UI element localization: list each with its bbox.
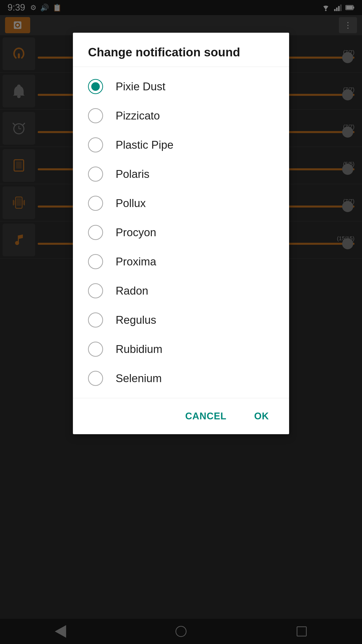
radio-regulus[interactable] xyxy=(88,312,103,328)
option-label-selenium: Selenium xyxy=(116,372,162,385)
list-item[interactable]: Plastic Pipe xyxy=(73,130,289,159)
option-label-pollux: Pollux xyxy=(116,197,146,210)
option-label-polaris: Polaris xyxy=(116,168,150,180)
option-label-pizzicato: Pizzicato xyxy=(116,109,160,122)
option-label-radon: Radon xyxy=(116,285,148,297)
list-item[interactable]: Proxima xyxy=(73,247,289,276)
radio-pollux[interactable] xyxy=(88,196,103,211)
dialog-overlay: Change notification sound Pixie Dust Piz… xyxy=(0,0,362,644)
radio-radon[interactable] xyxy=(88,283,103,298)
radio-proxima[interactable] xyxy=(88,254,103,269)
option-label-pixie-dust: Pixie Dust xyxy=(116,80,165,93)
radio-selenium[interactable] xyxy=(88,371,103,386)
option-label-rubidium: Rubidium xyxy=(116,343,162,355)
list-item[interactable]: Regulus xyxy=(73,305,289,335)
list-item[interactable]: Polaris xyxy=(73,159,289,189)
radio-pixie-dust[interactable] xyxy=(88,79,103,94)
option-label-plastic-pipe: Plastic Pipe xyxy=(116,139,173,151)
list-item[interactable]: Selenium xyxy=(73,364,289,393)
list-item[interactable]: Radon xyxy=(73,276,289,305)
radio-rubidium[interactable] xyxy=(88,342,103,357)
radio-inner-pixie-dust xyxy=(91,82,100,91)
list-item[interactable]: Rubidium xyxy=(73,335,289,364)
list-item[interactable]: Pixie Dust xyxy=(73,72,289,101)
option-label-regulus: Regulus xyxy=(116,314,156,326)
dialog-footer: CANCEL OK xyxy=(73,398,289,434)
option-label-procyon: Procyon xyxy=(116,226,156,239)
list-item[interactable]: Pollux xyxy=(73,189,289,218)
radio-pizzicato[interactable] xyxy=(88,108,103,123)
option-label-proxima: Proxima xyxy=(116,255,156,268)
radio-polaris[interactable] xyxy=(88,167,103,182)
change-sound-dialog: Change notification sound Pixie Dust Piz… xyxy=(73,33,289,434)
list-item[interactable]: Procyon xyxy=(73,218,289,247)
ok-button[interactable]: OK xyxy=(244,406,279,427)
cancel-button[interactable]: CANCEL xyxy=(175,406,237,427)
list-item[interactable]: Pizzicato xyxy=(73,101,289,130)
radio-procyon[interactable] xyxy=(88,225,103,240)
dialog-title: Change notification sound xyxy=(73,33,289,67)
sound-options-list[interactable]: Pixie Dust Pizzicato Plastic Pipe Polari… xyxy=(73,67,289,398)
radio-plastic-pipe[interactable] xyxy=(88,137,103,152)
